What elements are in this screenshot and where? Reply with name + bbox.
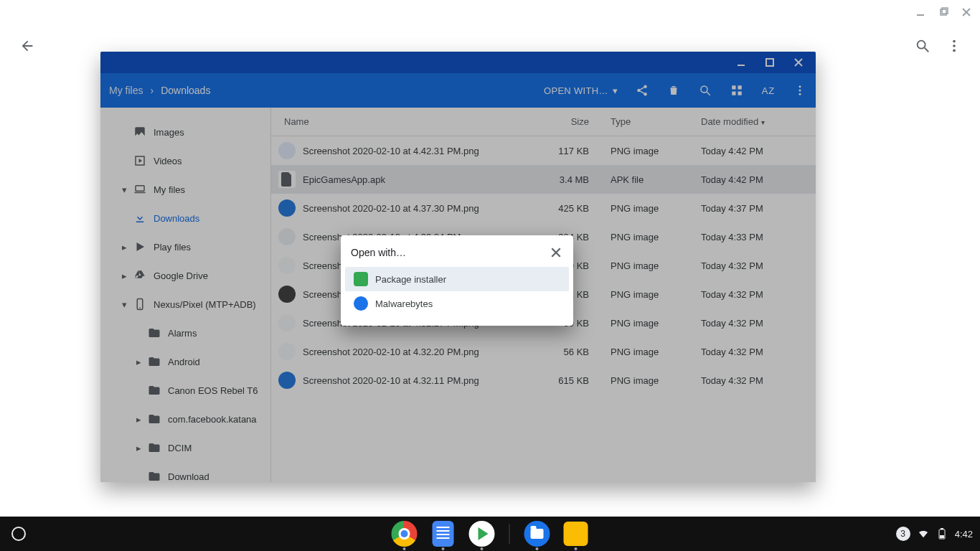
close-icon[interactable] xyxy=(549,245,563,260)
wifi-icon xyxy=(918,528,929,540)
search-icon[interactable] xyxy=(914,37,931,55)
app-icon xyxy=(354,296,368,311)
outer-window-controls xyxy=(914,6,973,19)
dialog-title: Open with… xyxy=(351,247,549,258)
open-with-dialog: Open with… Package installerMalwarebytes xyxy=(341,235,573,326)
notification-count-badge: 3 xyxy=(896,527,910,541)
back-button[interactable] xyxy=(19,37,36,55)
svg-rect-34 xyxy=(940,535,944,538)
svg-line-6 xyxy=(925,48,929,52)
open-with-option-malwarebytes[interactable]: Malwarebytes xyxy=(345,291,569,316)
play-store-app-icon[interactable] xyxy=(469,521,495,547)
docs-app-icon[interactable] xyxy=(430,521,456,547)
more-icon[interactable] xyxy=(946,37,963,55)
shelf: 3 4:42 xyxy=(0,517,980,551)
launcher-button[interactable] xyxy=(6,521,32,547)
keep-app-icon[interactable] xyxy=(563,521,589,547)
launcher-icon xyxy=(11,527,26,541)
battery-icon xyxy=(936,528,948,540)
open-with-option-label: Package installer xyxy=(375,274,446,285)
svg-rect-33 xyxy=(941,528,943,529)
app-icon xyxy=(354,272,368,286)
shelf-separator xyxy=(509,524,510,544)
svg-point-8 xyxy=(953,44,956,47)
close-icon[interactable] xyxy=(960,6,973,19)
svg-rect-2 xyxy=(942,8,948,14)
status-area[interactable]: 3 4:42 xyxy=(896,527,973,541)
svg-point-7 xyxy=(953,40,956,43)
clock: 4:42 xyxy=(955,529,973,540)
open-with-option-label: Malwarebytes xyxy=(375,298,433,309)
restore-icon[interactable] xyxy=(937,6,950,19)
svg-point-9 xyxy=(953,50,956,52)
minimize-icon[interactable] xyxy=(914,6,927,19)
files-app-icon[interactable] xyxy=(524,521,550,547)
svg-point-5 xyxy=(918,41,925,49)
open-with-option-package-installer[interactable]: Package installer xyxy=(345,267,569,291)
svg-rect-1 xyxy=(941,9,946,15)
chrome-app-icon[interactable] xyxy=(392,521,418,547)
